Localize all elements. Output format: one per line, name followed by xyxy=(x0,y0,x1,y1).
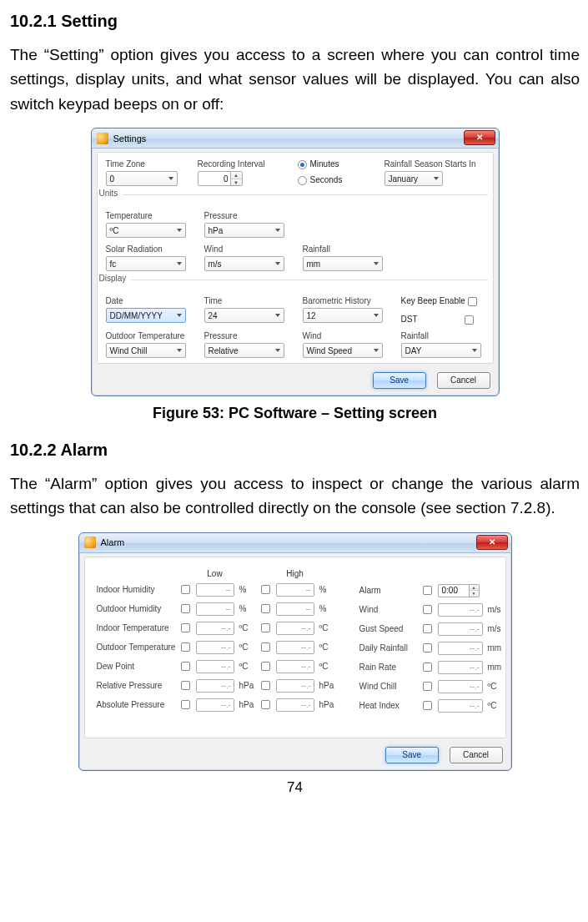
alarm-value-input[interactable]: --.- xyxy=(438,622,483,636)
date-select[interactable]: DD/MM/YYYY xyxy=(106,308,186,323)
spin-up-icon[interactable]: ▲ xyxy=(470,585,479,592)
spin-down-icon[interactable]: ▼ xyxy=(470,591,479,597)
alarm-row-label: Relative Pressure xyxy=(97,681,176,690)
alarm-high-input[interactable]: -- xyxy=(276,602,314,616)
alarm-title: Alarm xyxy=(101,537,125,547)
checkbox-icon xyxy=(465,315,474,325)
alarm-unit: hPa xyxy=(239,700,256,709)
alarm-low-input[interactable]: --.- xyxy=(196,660,234,673)
alarm-high-input[interactable]: --.- xyxy=(276,622,314,635)
wind-unit-select[interactable]: m/s xyxy=(204,256,284,271)
alarm-unit: hPa xyxy=(319,700,336,709)
checkbox-icon[interactable] xyxy=(261,662,270,671)
checkbox-icon[interactable] xyxy=(181,662,190,671)
alarm-high-input[interactable]: -- xyxy=(276,583,314,597)
checkbox-icon[interactable] xyxy=(181,681,190,690)
alarm-value-input[interactable]: --.- xyxy=(438,699,483,713)
alarm-row-label: Rain Rate xyxy=(359,663,418,672)
wind-unit-label: Wind xyxy=(204,244,288,254)
checkbox-icon[interactable] xyxy=(261,681,270,690)
baro-select[interactable]: 12 xyxy=(303,308,383,323)
alarm-unit: % xyxy=(319,585,336,594)
alarm-value-input[interactable]: --.- xyxy=(438,661,483,674)
spin-up-icon[interactable]: ▲ xyxy=(231,172,242,179)
checkbox-icon[interactable] xyxy=(181,604,190,613)
alarm-value-input[interactable]: --.- xyxy=(438,680,483,693)
app-icon xyxy=(84,537,96,548)
alarm-value-input[interactable]: --.- xyxy=(438,603,483,617)
minutes-radio-row[interactable]: Minutes xyxy=(298,159,343,169)
disp-pressure-select[interactable]: Relative xyxy=(204,343,284,358)
alarm-time-input[interactable]: 0:00▲▼ xyxy=(438,584,480,597)
checkbox-icon[interactable] xyxy=(423,701,432,710)
cancel-button[interactable]: Cancel xyxy=(450,747,503,763)
alarm-high-input[interactable]: --.- xyxy=(276,679,314,693)
disp-wind-select[interactable]: Wind Speed xyxy=(303,343,383,358)
checkbox-icon[interactable] xyxy=(181,623,190,632)
close-button[interactable]: ✕ xyxy=(464,130,495,145)
time-select[interactable]: 24 xyxy=(204,308,284,323)
baro-label: Barometric History xyxy=(303,296,386,305)
minutes-label: Minutes xyxy=(310,159,339,169)
checkbox-icon[interactable] xyxy=(181,585,190,594)
rain-season-select[interactable]: January xyxy=(384,171,443,186)
seconds-radio-row[interactable]: Seconds xyxy=(298,175,343,185)
disp-rainfall-select[interactable]: DAY xyxy=(401,343,481,358)
temperature-select[interactable]: ºC xyxy=(106,223,186,238)
checkbox-icon[interactable] xyxy=(423,643,432,652)
alarm-low-input[interactable]: -- xyxy=(196,583,234,597)
chevron-down-icon xyxy=(177,349,182,352)
alarm-unit: % xyxy=(319,604,336,613)
alarm-row-label: Gust Speed xyxy=(359,624,418,633)
checkbox-icon[interactable] xyxy=(261,700,270,709)
temperature-value: ºC xyxy=(110,226,119,235)
save-button[interactable]: Save xyxy=(385,747,439,763)
checkbox-icon[interactable] xyxy=(181,642,190,652)
checkbox-icon[interactable] xyxy=(423,663,432,672)
dst-row[interactable]: DST xyxy=(401,315,485,325)
chevron-down-icon xyxy=(177,314,182,317)
keybeep-row[interactable]: Key Beep Enable xyxy=(401,296,485,306)
outdoor-temp-select[interactable]: Wind Chill xyxy=(106,343,186,358)
alarm-unit: ºC xyxy=(239,662,256,671)
date-value: DD/MM/YYYY xyxy=(110,311,163,320)
pressure-unit-select[interactable]: hPa xyxy=(204,223,284,238)
spin-down-icon[interactable]: ▼ xyxy=(231,179,242,186)
alarm-low-input[interactable]: --.- xyxy=(196,698,234,712)
alarm-titlebar: Alarm ✕ xyxy=(79,533,511,553)
solar-label: Solar Radiation xyxy=(106,244,189,254)
alarm-row-label: Dew Point xyxy=(97,662,176,671)
checkbox-icon[interactable] xyxy=(261,604,270,613)
outdoor-temp-value: Wind Chill xyxy=(110,346,148,355)
close-button[interactable]: ✕ xyxy=(476,535,508,550)
alarm-low-input[interactable]: -- xyxy=(196,602,234,616)
checkbox-icon[interactable] xyxy=(181,700,190,709)
checkbox-icon[interactable] xyxy=(423,682,432,691)
alarm-low-input[interactable]: --.- xyxy=(196,641,234,654)
alarm-value-input[interactable]: --.- xyxy=(438,642,483,655)
disp-wind-label: Wind xyxy=(303,331,386,340)
alarm-unit: hPa xyxy=(239,681,256,690)
alarm-high-input[interactable]: --.- xyxy=(276,698,314,712)
alarm-left-header: Low High xyxy=(97,569,336,578)
timezone-select[interactable]: 0 xyxy=(106,171,178,186)
date-label: Date xyxy=(106,296,189,305)
alarm-low-input[interactable]: --.- xyxy=(196,679,234,693)
checkbox-icon[interactable] xyxy=(423,605,432,614)
checkbox-icon[interactable] xyxy=(261,585,270,594)
rec-interval-input[interactable]: 0 ▲▼ xyxy=(198,171,243,186)
rainfall-unit-select[interactable]: mm xyxy=(303,256,383,271)
alarm-high-input[interactable]: --.- xyxy=(276,660,314,673)
checkbox-icon[interactable] xyxy=(261,642,270,652)
checkbox-icon[interactable] xyxy=(423,624,432,633)
radio-icon xyxy=(298,160,307,169)
app-icon xyxy=(97,133,108,144)
alarm-low-input[interactable]: --.- xyxy=(196,622,234,635)
checkbox-icon[interactable] xyxy=(423,586,432,595)
solar-select[interactable]: fc xyxy=(106,256,186,271)
checkbox-icon[interactable] xyxy=(261,623,270,632)
alarm-high-input[interactable]: --.- xyxy=(276,641,314,654)
rainfall-unit-value: mm xyxy=(307,259,321,269)
cancel-button[interactable]: Cancel xyxy=(437,372,490,389)
save-button[interactable]: Save xyxy=(373,372,426,389)
